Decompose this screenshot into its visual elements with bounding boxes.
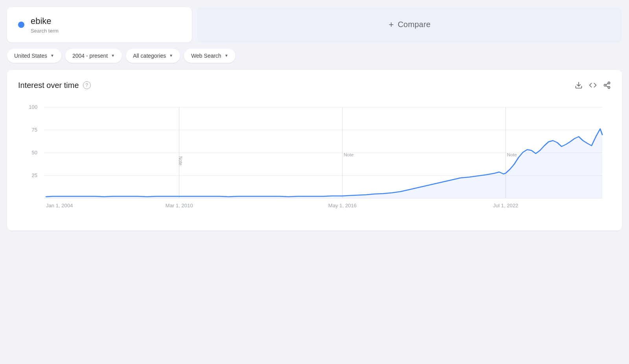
embed-icon[interactable] (589, 81, 597, 89)
download-icon[interactable] (575, 81, 583, 89)
chart-svg: 100 75 50 25 Note Note Note Jan 1, 2004 … (18, 99, 611, 221)
share-icon[interactable] (603, 81, 611, 89)
svg-text:Note: Note (507, 152, 517, 157)
category-filter-label: All categories (133, 53, 166, 59)
term-dot (18, 22, 24, 28)
svg-text:Jul 1, 2022: Jul 1, 2022 (493, 203, 518, 208)
compare-label: Compare (398, 20, 431, 29)
chart-title-row: Interest over time ? (18, 81, 91, 90)
time-chevron-icon: ▼ (111, 53, 115, 58)
chart-actions (575, 81, 611, 89)
svg-text:Mar 1, 2010: Mar 1, 2010 (166, 203, 193, 208)
term-name: ebike (31, 16, 59, 27)
chart-header: Interest over time ? (18, 81, 611, 90)
term-label: Search term (31, 28, 59, 34)
search-term-card: ebike Search term (7, 7, 192, 42)
svg-text:100: 100 (29, 104, 37, 110)
svg-line-4 (606, 86, 608, 87)
chart-area: 100 75 50 25 Note Note Note Jan 1, 2004 … (18, 99, 611, 221)
time-filter-label: 2004 - present (72, 53, 108, 59)
category-chevron-icon: ▼ (169, 53, 173, 58)
help-icon-label: ? (85, 82, 88, 88)
chart-card: Interest over time ? (7, 70, 622, 230)
svg-text:Note: Note (344, 152, 353, 157)
category-filter[interactable]: All categories ▼ (126, 49, 180, 63)
svg-text:75: 75 (32, 127, 38, 132)
svg-text:Note: Note (178, 156, 183, 165)
term-text: ebike Search term (31, 16, 59, 34)
search-type-filter-label: Web Search (191, 53, 221, 59)
filters-row: United States ▼ 2004 - present ▼ All cat… (7, 49, 622, 63)
help-icon[interactable]: ? (83, 81, 91, 89)
svg-text:25: 25 (32, 173, 38, 178)
time-filter[interactable]: 2004 - present ▼ (65, 49, 122, 63)
svg-text:May 1, 2016: May 1, 2016 (328, 203, 357, 208)
chart-title: Interest over time (18, 81, 79, 90)
search-type-chevron-icon: ▼ (224, 53, 228, 58)
search-type-filter[interactable]: Web Search ▼ (184, 49, 235, 63)
compare-card[interactable]: + Compare (197, 7, 622, 42)
region-filter[interactable]: United States ▼ (7, 49, 61, 63)
region-filter-label: United States (14, 53, 47, 59)
region-chevron-icon: ▼ (50, 53, 54, 58)
svg-text:Jan 1, 2004: Jan 1, 2004 (46, 203, 73, 208)
svg-line-5 (606, 84, 608, 85)
svg-text:50: 50 (32, 150, 38, 155)
compare-plus-icon: + (389, 20, 394, 30)
